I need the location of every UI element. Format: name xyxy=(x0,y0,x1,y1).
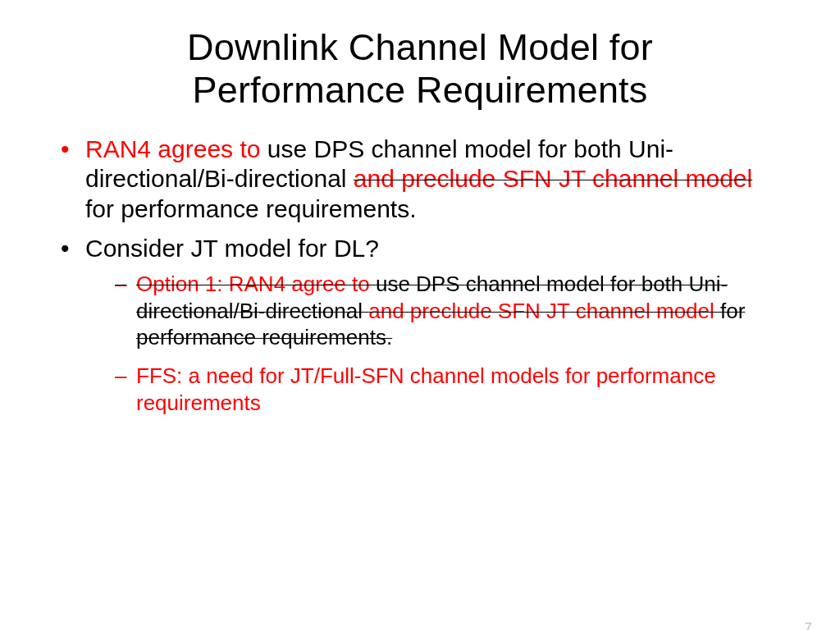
b1-part-1: RAN4 agrees to xyxy=(85,135,267,162)
sb1-part-3: and preclude SFN JT channel model xyxy=(368,299,720,323)
slide: Downlink Channel Model for Performance R… xyxy=(0,26,840,630)
slide-body: RAN4 agrees to use DPS channel model for… xyxy=(57,135,783,417)
sub-bullet-list: Option 1: RAN4 agree to use DPS channel … xyxy=(115,271,783,417)
title-line-1: Downlink Channel Model for xyxy=(187,26,653,68)
slide-title: Downlink Channel Model for Performance R… xyxy=(0,26,840,112)
sb1-part-1: Option 1: RAN4 agree to xyxy=(136,272,376,296)
b1-part-4: for performance requirements. xyxy=(85,195,417,222)
title-line-2: Performance Requirements xyxy=(192,69,647,111)
bullet-list: RAN4 agrees to use DPS channel model for… xyxy=(57,135,783,417)
sub-bullet-2: FFS: a need for JT/Full-SFN channel mode… xyxy=(115,363,783,417)
b2-text: Consider JT model for DL? xyxy=(85,235,379,262)
b1-part-3: and preclude SFN JT channel model xyxy=(354,165,752,192)
bullet-2: Consider JT model for DL? Option 1: RAN4… xyxy=(57,234,783,416)
bullet-1: RAN4 agrees to use DPS channel model for… xyxy=(57,135,783,225)
sb2-text: FFS: a need for JT/Full-SFN channel mode… xyxy=(136,363,716,415)
page-number: 7 xyxy=(805,620,812,630)
sub-bullet-1: Option 1: RAN4 agree to use DPS channel … xyxy=(115,271,783,351)
